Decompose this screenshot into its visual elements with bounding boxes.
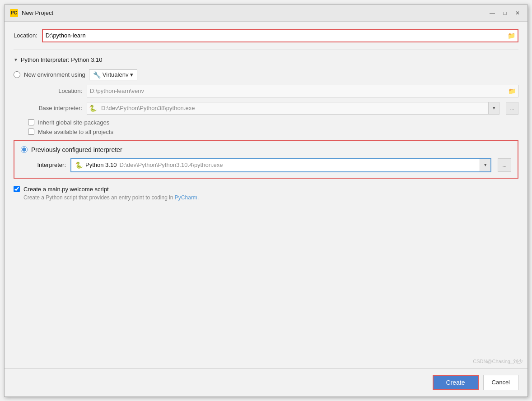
create-main-section: Create a main.py welcome script Create a… xyxy=(14,186,518,201)
interpreter-dropdown-wrapper[interactable]: 🐍 Python 3.10 D:\dev\Python\Python3.10.4… xyxy=(70,158,491,172)
base-interpreter-label: Base interpreter: xyxy=(28,105,82,111)
maximize-button[interactable]: □ xyxy=(500,9,509,18)
inherit-checkbox-row: Inherit global site-packages xyxy=(28,119,518,126)
interpreter-field-row: Interpreter: 🐍 Python 3.10 D:\dev\Python… xyxy=(21,158,511,172)
env-location-row: Location: 📁 xyxy=(28,85,518,97)
location-label: Location: xyxy=(14,32,37,39)
title-bar-left: PC New Project xyxy=(10,9,53,17)
env-location-input-wrapper: 📁 xyxy=(87,85,518,97)
minimize-button[interactable]: — xyxy=(488,9,497,18)
location-row: Location: 📁 xyxy=(14,29,518,42)
new-project-dialog: PC New Project — □ ✕ Location: 📁 ▼ Pytho… xyxy=(4,5,528,397)
inherit-label: Inherit global site-packages xyxy=(38,119,109,126)
interpreter-python-icon: 🐍 xyxy=(75,161,83,169)
pycharm-link: PyCharm xyxy=(175,194,197,201)
base-interpreter-row: Base interpreter: 🐍 ▾ ... xyxy=(28,102,518,115)
create-main-desc: Create a Python script that provides an … xyxy=(23,194,518,201)
virtualenv-label: Virtualenv xyxy=(103,71,129,78)
base-interpreter-icon: 🐍 xyxy=(87,105,98,112)
dropdown-arrow-icon: ▾ xyxy=(130,71,133,78)
previously-configured-box: Previously configured interpreter Interp… xyxy=(14,140,518,179)
location-input-wrapper: 📁 xyxy=(42,29,518,42)
new-environment-radio[interactable] xyxy=(14,71,20,78)
env-location-input xyxy=(87,86,505,96)
virtualenv-dropdown[interactable]: 🔧 Virtualenv ▾ xyxy=(89,69,138,80)
dialog-content: Location: 📁 ▼ Python Interpreter: Python… xyxy=(5,22,527,208)
new-environment-label: New environment using xyxy=(24,71,85,78)
base-interpreter-browse: ... xyxy=(506,102,518,115)
interpreter-name: Python 3.10 xyxy=(85,161,117,168)
app-icon: PC xyxy=(10,9,18,17)
create-main-checkbox[interactable] xyxy=(14,186,20,192)
make-available-checkbox xyxy=(28,129,34,135)
section-divider xyxy=(14,50,518,50)
title-bar: PC New Project — □ ✕ xyxy=(5,5,527,22)
dialog-title: New Project xyxy=(22,9,53,16)
env-location-browse: 📁 xyxy=(505,85,518,97)
location-input[interactable] xyxy=(43,30,505,41)
create-button[interactable]: Create xyxy=(433,375,479,390)
expand-icon: ▼ xyxy=(14,57,18,62)
make-available-label: Make available to all projects xyxy=(38,129,113,135)
title-bar-controls: — □ ✕ xyxy=(488,9,522,18)
interpreter-label: Interpreter: xyxy=(21,161,66,168)
previously-configured-radio[interactable] xyxy=(21,146,28,153)
watermark: CSDN@Chasing_刘少 xyxy=(473,358,523,365)
make-available-checkbox-row: Make available to all projects xyxy=(28,129,518,135)
create-main-row: Create a main.py welcome script xyxy=(14,186,518,193)
close-button[interactable]: ✕ xyxy=(513,9,522,18)
interpreter-browse-button[interactable]: ... xyxy=(498,158,511,172)
previously-configured-option: Previously configured interpreter xyxy=(21,146,511,153)
virtualenv-icon: 🔧 xyxy=(93,71,101,78)
env-location-label: Location: xyxy=(28,88,82,94)
base-interpreter-arrow: ▾ xyxy=(488,102,499,114)
new-environment-fields: Location: 📁 Base interpreter: 🐍 ▾ ... xyxy=(28,85,518,135)
interpreter-path: D:\dev\Python\Python3.10.4\python.exe xyxy=(119,161,223,168)
base-interpreter-input xyxy=(98,103,488,113)
interpreter-dropdown-content: 🐍 Python 3.10 D:\dev\Python\Python3.10.4… xyxy=(71,160,480,171)
new-environment-option: New environment using 🔧 Virtualenv ▾ xyxy=(14,69,518,80)
location-browse-button[interactable]: 📁 xyxy=(505,30,518,41)
interpreter-dropdown-arrow[interactable]: ▾ xyxy=(480,159,490,171)
previously-configured-label: Previously configured interpreter xyxy=(31,146,122,153)
interpreter-section-title: Python Interpreter: Python 3.10 xyxy=(21,56,103,63)
dialog-footer: Create Cancel xyxy=(5,368,527,396)
create-main-label: Create a main.py welcome script xyxy=(23,186,109,193)
inherit-checkbox xyxy=(28,119,34,125)
cancel-button[interactable]: Cancel xyxy=(483,375,518,390)
interpreter-section-header: ▼ Python Interpreter: Python 3.10 xyxy=(14,56,518,63)
base-interpreter-input-wrapper: 🐍 ▾ xyxy=(87,102,499,115)
